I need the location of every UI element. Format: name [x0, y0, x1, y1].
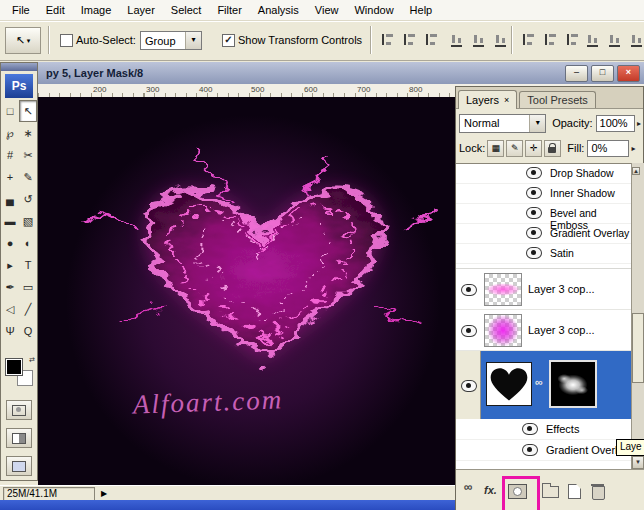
visibility-eye-icon[interactable]	[461, 284, 477, 296]
layer-mask-link-icon[interactable]: ∞	[535, 376, 543, 388]
dodge-tool[interactable]: ◐	[19, 232, 37, 254]
gradient-overlay-row[interactable]: Gradient Overlay	[456, 440, 631, 461]
align-horizontal-centers-button[interactable]	[468, 28, 490, 52]
distribute-vertical-centers-button[interactable]	[540, 28, 562, 52]
scrollbar-thumb[interactable]	[632, 313, 644, 383]
menu-window[interactable]: Window	[346, 1, 401, 19]
move-tool[interactable]: ↖	[19, 100, 37, 122]
hand-tool[interactable]: Ψ	[1, 320, 19, 342]
distribute-right-edges-button[interactable]	[626, 28, 644, 52]
menu-image[interactable]: Image	[73, 1, 120, 19]
eyedropper-tool[interactable]: ╱	[19, 298, 37, 320]
layer-thumbnail[interactable]	[484, 273, 522, 306]
shape-tool[interactable]: ▭	[19, 276, 37, 298]
visibility-eye-icon[interactable]	[522, 423, 538, 435]
lock-transparent-pixels-button[interactable]: ▦	[487, 140, 504, 157]
minimize-button[interactable]: –	[565, 65, 588, 82]
visibility-eye-icon[interactable]	[461, 325, 477, 337]
notes-tool[interactable]: ◁	[1, 298, 19, 320]
effect-row-bevel-and-emboss[interactable]: Bevel and Emboss	[456, 204, 631, 224]
new-layer-icon[interactable]	[568, 484, 581, 499]
healing-brush-tool[interactable]: +	[1, 166, 19, 188]
close-button[interactable]: ×	[617, 65, 640, 82]
heart-layer-thumbnail[interactable]	[486, 362, 532, 406]
align-right-edges-button[interactable]	[490, 28, 512, 52]
fill-value[interactable]: 0%	[587, 140, 629, 157]
tab-layers[interactable]: Layers ×	[458, 90, 517, 109]
auto-select-checkbox[interactable]	[60, 34, 73, 47]
effect-row-satin[interactable]: Satin	[456, 244, 631, 264]
slice-tool[interactable]: ✂	[19, 144, 37, 166]
lasso-tool[interactable]: ℘	[1, 122, 19, 144]
menu-select[interactable]: Select	[163, 1, 210, 19]
visibility-eye-icon[interactable]	[522, 444, 538, 456]
history-brush-tool[interactable]: ↺	[19, 188, 37, 210]
effect-row-drop-shadow[interactable]: Drop Shadow	[456, 164, 631, 184]
visibility-eye-icon[interactable]	[461, 380, 477, 392]
crop-tool[interactable]: #	[1, 144, 19, 166]
layer-name[interactable]: Layer 3 cop...	[528, 283, 595, 295]
show-transform-checkbox[interactable]: ✓	[222, 34, 235, 47]
visibility-eye-icon[interactable]	[526, 207, 542, 219]
menu-layer[interactable]: Layer	[119, 1, 163, 19]
zoom-tool[interactable]: Q	[19, 320, 37, 342]
swap-colors-icon[interactable]: ⇄	[29, 356, 35, 364]
menu-analysis[interactable]: Analysis	[250, 1, 307, 19]
visibility-eye-icon[interactable]	[526, 187, 542, 199]
type-tool[interactable]: T	[19, 254, 37, 276]
selected-layer-row[interactable]: ∞	[456, 351, 631, 419]
auto-select-mode-dropdown[interactable]: Group ▾	[140, 31, 202, 50]
lock-all-button[interactable]	[544, 140, 561, 157]
chevron-down-icon[interactable]: ▾	[529, 115, 545, 132]
effect-row-gradient-overlay[interactable]: Gradient Overlay	[456, 224, 631, 244]
add-layer-style-icon[interactable]: fx.	[484, 484, 497, 496]
effects-group-row[interactable]: Effects	[456, 419, 631, 440]
scroll-down-icon[interactable]: ▼	[632, 456, 644, 469]
menu-view[interactable]: View	[307, 1, 347, 19]
new-group-icon[interactable]	[542, 486, 559, 498]
effect-row-inner-shadow[interactable]: Inner Shadow	[456, 184, 631, 204]
align-left-edges-button[interactable]	[446, 28, 468, 52]
fill-slider-arrow-icon[interactable]: ▸	[631, 144, 635, 153]
quick-mask-button[interactable]	[6, 400, 32, 420]
layer-row[interactable]: Layer 3 cop...	[456, 310, 631, 351]
chevron-down-icon[interactable]: ▾	[185, 32, 201, 49]
delete-layer-icon[interactable]	[592, 486, 605, 500]
brush-tool[interactable]: ✎	[19, 166, 37, 188]
menu-file[interactable]: File	[4, 1, 38, 19]
blend-mode-dropdown[interactable]: Normal ▾	[459, 114, 546, 133]
close-icon[interactable]: ×	[504, 96, 509, 104]
rectangular-marquee-tool[interactable]: □	[1, 100, 19, 122]
lock-image-pixels-button[interactable]: ✎	[506, 140, 523, 157]
layer-name[interactable]: Layer 3 cop...	[528, 324, 595, 336]
distribute-top-edges-button[interactable]	[518, 28, 540, 52]
opacity-slider-arrow-icon[interactable]: ▸	[637, 119, 641, 128]
opacity-value[interactable]: 100%	[596, 115, 635, 132]
eraser-tool[interactable]: ▬	[1, 210, 19, 232]
distribute-horizontal-centers-button[interactable]	[604, 28, 626, 52]
layer-row[interactable]: Layer 3 cop...	[456, 269, 631, 310]
menu-filter[interactable]: Filter	[209, 1, 249, 19]
tab-tool-presets[interactable]: Tool Presets	[519, 91, 596, 108]
distribute-bottom-edges-button[interactable]	[562, 28, 584, 52]
visibility-eye-icon[interactable]	[526, 247, 542, 259]
layer-thumbnail[interactable]	[484, 314, 522, 347]
status-menu-arrow-icon[interactable]: ▶	[101, 489, 107, 498]
distribute-left-edges-button[interactable]	[582, 28, 604, 52]
align-top-edges-button[interactable]	[377, 28, 399, 52]
menu-help[interactable]: Help	[402, 1, 441, 19]
foreground-color-swatch[interactable]	[6, 359, 22, 375]
magic-wand-tool[interactable]: ∗	[19, 122, 37, 144]
layer-mask-thumbnail[interactable]	[549, 360, 597, 408]
current-tool-button[interactable]: ↖ ▾	[5, 27, 41, 54]
lock-position-button[interactable]: ✛	[525, 140, 542, 157]
clone-stamp-tool[interactable]: ▄	[1, 188, 19, 210]
align-vertical-centers-button[interactable]	[399, 28, 421, 52]
menu-edit[interactable]: Edit	[38, 1, 73, 19]
visibility-eye-icon[interactable]	[526, 227, 542, 239]
edit-in-imageready-button[interactable]	[6, 456, 32, 476]
link-layers-icon[interactable]: ∞	[464, 480, 473, 494]
screen-mode-button[interactable]	[6, 428, 32, 448]
pen-tool[interactable]: ✒	[1, 276, 19, 298]
scroll-up-icon[interactable]: ▲	[632, 167, 640, 175]
